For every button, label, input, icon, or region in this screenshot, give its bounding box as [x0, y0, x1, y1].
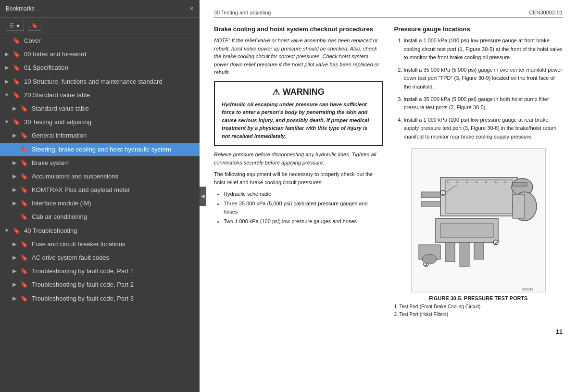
pressure-item: Install a 1 000 kPa (100 psi) low pressu… [404, 116, 563, 141]
sidebar-item-20-std[interactable]: 🔖20 Standard value table [0, 89, 200, 102]
bookmark-view-button[interactable]: 🔖 [28, 21, 41, 31]
bookmark-tree: 🔖Cover🔖00 Index and foreword🔖01 Specific… [0, 34, 200, 392]
svg-text:B3193: B3193 [522, 287, 534, 291]
warning-label: WARNING [283, 87, 325, 97]
figure-subcaptions: 1. Test Port (Front Brake Cooling Circui… [394, 303, 563, 318]
sidebar-item-label-40-trouble-part1: Troubleshooting by fault code, Part 1 [32, 267, 196, 276]
main-content: 30 Testing and adjusting CEN30002-01 Bra… [200, 0, 577, 392]
expand-arrow-30-brake[interactable] [10, 159, 19, 166]
sidebar-item-30-cab[interactable]: 🔖Cab air conditioning [0, 210, 200, 224]
expand-arrow-40-trouble-part2[interactable] [10, 280, 19, 288]
sidebar-item-label-30-accum: Accumulators and suspensions [32, 172, 196, 181]
bookmark-icon-30-interface: 🔖 [19, 199, 29, 208]
sidebar-item-30-interface[interactable]: 🔖Interface module (IM) [0, 197, 200, 210]
bookmark-icon-40-trouble: 🔖 [12, 227, 21, 235]
svg-point-28 [495, 181, 497, 183]
sidebar-item-30-steering[interactable]: 🔖Steering, brake cooling and hoist hydra… [0, 143, 200, 156]
sidebar-item-01-spec[interactable]: 🔖01 Specification [0, 61, 200, 75]
bookmark-icon: 🔖 [31, 23, 38, 29]
pressure-title: Pressure gauge locations [394, 25, 563, 33]
sidebar-item-40-trouble-part3[interactable]: 🔖Troubleshooting by fault code, Part 3 [0, 292, 200, 305]
svg-point-29 [504, 181, 506, 183]
svg-point-22 [422, 254, 437, 264]
expand-arrow-40-trouble-part1[interactable] [10, 267, 19, 275]
sidebar-item-label-40-fuse: Fuse and circuit breaker locations [32, 240, 196, 249]
svg-rect-11 [445, 242, 455, 262]
sidebar-item-30-accum[interactable]: 🔖Accumulators and suspensions [0, 170, 200, 183]
sidebar-item-30-komtrax[interactable]: 🔖KOMTRAX Plus and payload meter [0, 183, 200, 197]
bookmark-icon-30-testing: 🔖 [12, 118, 21, 126]
sidebar-item-label-40-ac: AC drive system fault codes [32, 253, 196, 262]
expand-arrow-40-trouble[interactable] [2, 227, 12, 234]
bookmark-icon-30-cab: 🔖 [19, 213, 29, 221]
sidebar-item-label-10-structure: 10 Structure, functions and maintenance … [24, 77, 196, 86]
sidebar-item-label-cover: Cover [24, 37, 196, 45]
expand-arrow-30-interface[interactable] [10, 199, 19, 207]
expand-arrow-40-trouble-part3[interactable] [10, 294, 19, 302]
svg-point-27 [485, 181, 487, 183]
bookmark-icon-30-brake: 🔖 [19, 159, 29, 167]
sidebar-item-label-30-general: General information [32, 131, 196, 140]
sidebar-item-label-40-trouble-part2: Troubleshooting by fault code, Part 2 [32, 280, 196, 289]
expand-arrow-30-komtrax[interactable] [10, 186, 19, 193]
sidebar-item-40-trouble[interactable]: 🔖40 Troubleshooting [0, 224, 200, 238]
svg-point-24 [456, 181, 458, 183]
sidebar-item-30-general[interactable]: 🔖General information [0, 129, 200, 142]
figure-caption: FIGURE 30-5. PRESSURE TEST PORTS [394, 295, 563, 301]
close-icon[interactable]: × [189, 5, 194, 13]
sidebar-item-00-index[interactable]: 🔖00 Index and foreword [0, 48, 200, 61]
expand-arrow-30-general[interactable] [10, 131, 19, 139]
list-view-button[interactable]: ☰ ▼ [6, 21, 24, 31]
sidebar-item-label-20-std-child1: Standard value table [32, 104, 196, 113]
sidebar-item-30-brake[interactable]: 🔖Brake system [0, 156, 200, 170]
expand-arrow-30-testing[interactable] [2, 118, 12, 126]
bookmark-icon-10-structure: 🔖 [12, 77, 21, 86]
sidebar-item-label-30-steering: Steering, brake cooling and hoist hydrau… [32, 145, 196, 154]
bookmark-icon-30-accum: 🔖 [19, 172, 29, 181]
header-left: 30 Testing and adjusting [214, 10, 271, 15]
dropdown-arrow-icon: ▼ [15, 23, 21, 29]
svg-text:1: 1 [442, 191, 444, 196]
bookmark-icon-30-steering: 🔖 [19, 145, 29, 154]
warning-triangle-icon: ⚠ [272, 87, 280, 98]
sidebar-item-label-30-interface: Interface module (IM) [32, 199, 196, 208]
svg-rect-13 [474, 242, 484, 259]
expand-arrow-40-ac[interactable] [10, 253, 19, 261]
sidebar-collapse-button[interactable]: ◀ [200, 187, 206, 206]
italic-para: Relieve pressure before disconnecting an… [214, 151, 383, 166]
expand-arrow-00-index[interactable] [2, 50, 12, 58]
expand-arrow-30-accum[interactable] [10, 172, 19, 180]
bullet-item: Hydraulic schematic [224, 190, 383, 199]
figure-subcaption-item: 2. Test Port (Hoist Filters) [394, 311, 563, 318]
sidebar-item-10-structure[interactable]: 🔖10 Structure, functions and maintenance… [0, 75, 200, 89]
section-title: Brake cooling and hoist system checkout … [214, 25, 383, 33]
sidebar-item-30-testing[interactable]: 🔖30 Testing and adjusting [0, 115, 200, 129]
note-text: NOTE: If the relief valve or hoist valve… [214, 37, 383, 76]
bookmark-icon-00-index: 🔖 [12, 50, 21, 59]
expand-arrow-20-std[interactable] [2, 91, 12, 99]
left-column: Brake cooling and hoist system checkout … [214, 25, 383, 318]
svg-text:2: 2 [495, 241, 497, 245]
expand-arrow-10-structure[interactable] [2, 77, 12, 85]
expand-arrow-20-std-child1[interactable] [10, 104, 19, 112]
sidebar-item-40-trouble-part1[interactable]: 🔖Troubleshooting by fault code, Part 1 [0, 265, 200, 278]
expand-arrow-40-fuse[interactable] [10, 240, 19, 248]
sidebar-item-label-30-komtrax: KOMTRAX Plus and payload meter [32, 186, 196, 194]
sidebar-item-40-trouble-part2[interactable]: 🔖Troubleshooting by fault code, Part 2 [0, 278, 200, 291]
sidebar-item-40-fuse[interactable]: 🔖Fuse and circuit breaker locations [0, 238, 200, 251]
sidebar-item-40-ac[interactable]: 🔖AC drive system fault codes [0, 251, 200, 265]
sidebar-title: Bookmarks [6, 5, 35, 12]
sidebar-item-20-std-child1[interactable]: 🔖Standard value table [0, 102, 200, 115]
bookmark-icon-30-komtrax: 🔖 [19, 186, 29, 194]
right-column: Pressure gauge locations Install a 1 000… [394, 25, 563, 318]
svg-rect-12 [460, 242, 469, 266]
bookmark-icon-cover: 🔖 [12, 37, 21, 45]
bookmark-icon-20-std-child1: 🔖 [19, 104, 29, 113]
sidebar-item-cover[interactable]: 🔖Cover [0, 34, 200, 48]
bookmark-icon-30-general: 🔖 [19, 131, 29, 140]
pressure-list: Install a 1 000 kPa (100 psi) low pressu… [404, 37, 563, 141]
svg-point-25 [466, 181, 468, 183]
expand-arrow-01-spec[interactable] [2, 63, 12, 71]
equipment-list: Hydraulic schematicThree 35 000 kPa (5,0… [224, 190, 383, 226]
body-para: The following equipment will be necessar… [214, 170, 383, 186]
